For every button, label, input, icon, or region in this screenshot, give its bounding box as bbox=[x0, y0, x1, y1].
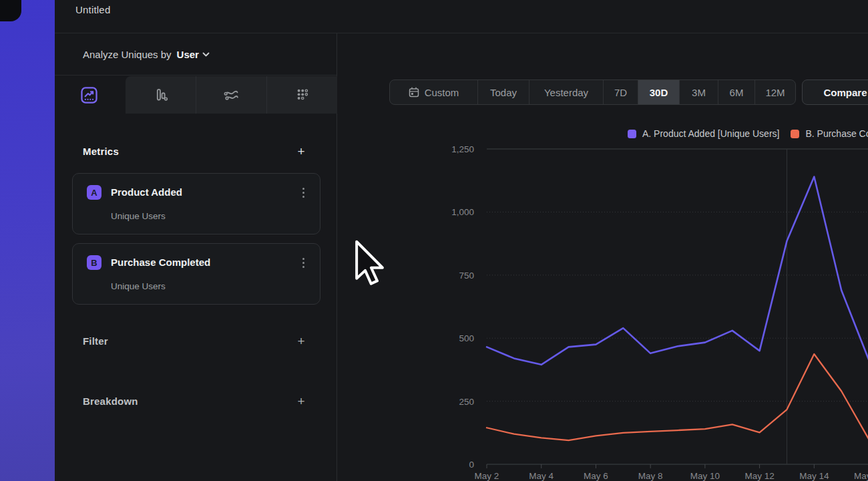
metrics-header: Metrics bbox=[83, 146, 119, 157]
calendar-icon bbox=[409, 87, 419, 98]
x-axis-tick-label: May 6 bbox=[584, 471, 608, 481]
y-axis-tick-label: 0 bbox=[469, 460, 474, 470]
x-axis-tick-label: May 4 bbox=[529, 471, 554, 481]
range-label: Custom bbox=[425, 87, 459, 98]
metric-badge-b: B bbox=[87, 255, 101, 270]
window-corner bbox=[0, 0, 21, 21]
y-axis-tick-label: 750 bbox=[459, 271, 474, 281]
range-3m[interactable]: 3M bbox=[679, 80, 718, 104]
metric-options-button[interactable] bbox=[297, 185, 309, 200]
range-30d[interactable]: 30D bbox=[638, 80, 679, 104]
line-chart-icon bbox=[80, 86, 98, 104]
range-6m[interactable]: 6M bbox=[718, 80, 754, 104]
tab-flows[interactable] bbox=[196, 76, 266, 114]
analyze-label: Analyze Uniques by bbox=[83, 49, 172, 60]
x-axis-tick-label: May 10 bbox=[690, 471, 720, 481]
metric-name: Product Added bbox=[111, 186, 182, 198]
x-axis-tick-label: May 12 bbox=[744, 471, 774, 481]
chart-type-tabs bbox=[55, 76, 337, 114]
tab-line-chart[interactable] bbox=[79, 85, 99, 106]
y-axis-tick-label: 500 bbox=[459, 333, 474, 343]
range-yesterday[interactable]: Yesterday bbox=[529, 80, 603, 104]
chart-type-tab-group bbox=[126, 76, 337, 114]
x-axis-tick-label: May 8 bbox=[638, 471, 663, 481]
report-title[interactable]: Untitled bbox=[75, 4, 110, 15]
y-axis-tick-label: 1,000 bbox=[451, 207, 474, 217]
add-filter-button[interactable]: + bbox=[295, 336, 307, 348]
analytics-app-window: Untitled Analyze Uniques by User bbox=[55, 0, 868, 481]
range-today[interactable]: Today bbox=[477, 80, 529, 104]
y-axis-tick-label: 1,250 bbox=[451, 144, 474, 154]
compare-button[interactable]: Compare bbox=[802, 79, 868, 105]
metric-badge-a: A bbox=[87, 185, 101, 200]
desktop-wallpaper bbox=[0, 0, 55, 481]
tab-retention[interactable] bbox=[266, 76, 337, 114]
retention-icon bbox=[294, 86, 311, 104]
metric-measurement[interactable]: Unique Users bbox=[111, 211, 166, 221]
x-axis-tick-label: May 2 bbox=[475, 471, 499, 481]
flows-icon bbox=[222, 86, 240, 104]
filter-header: Filter bbox=[83, 335, 108, 347]
range-custom[interactable]: Custom bbox=[390, 80, 477, 104]
breakdown-header: Breakdown bbox=[83, 395, 138, 407]
add-breakdown-button[interactable]: + bbox=[295, 396, 307, 408]
x-axis-tick-label: May 14 bbox=[799, 471, 829, 481]
metric-name: Purchase Completed bbox=[111, 257, 210, 268]
range-7d[interactable]: 7D bbox=[603, 80, 638, 104]
metric-card-b[interactable]: B Purchase Completed Unique Users bbox=[72, 243, 320, 305]
x-axis-tick-label: May 16 bbox=[854, 471, 868, 481]
titlebar: Untitled bbox=[55, 0, 868, 33]
series-line-b bbox=[487, 354, 868, 440]
series-line-a bbox=[487, 177, 868, 365]
bar-chart-icon bbox=[152, 86, 170, 104]
analyze-by-dropdown[interactable]: User bbox=[177, 49, 210, 60]
y-axis-tick-label: 250 bbox=[459, 397, 474, 407]
tab-bar-chart[interactable] bbox=[126, 76, 196, 114]
range-12m[interactable]: 12M bbox=[754, 80, 795, 104]
chevron-down-icon bbox=[202, 52, 210, 57]
line-chart[interactable]: 02505007501,0001,250May 2May 4May 6May 8… bbox=[361, 127, 868, 481]
metric-options-button[interactable] bbox=[297, 255, 309, 270]
analyze-row: Analyze Uniques by User bbox=[55, 33, 337, 75]
add-metric-button[interactable]: + bbox=[295, 146, 307, 158]
analyze-by-value: User bbox=[177, 49, 199, 60]
date-range-picker: Custom Today Yesterday 7D 30D 3M 6M 12M bbox=[389, 79, 796, 105]
metric-measurement[interactable]: Unique Users bbox=[111, 281, 166, 291]
metric-card-a[interactable]: A Product Added Unique Users bbox=[72, 173, 320, 234]
sidebar: Analyze Uniques by User bbox=[55, 33, 337, 481]
